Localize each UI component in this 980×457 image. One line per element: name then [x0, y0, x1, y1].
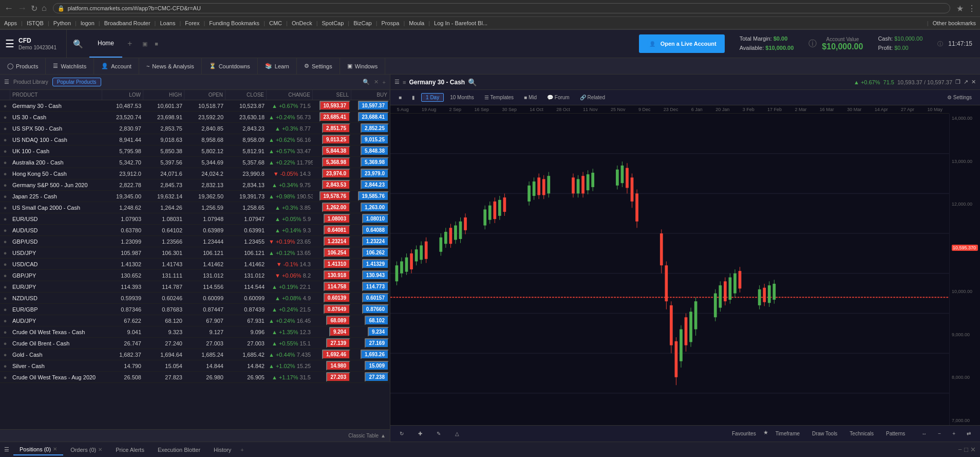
table-row[interactable]: ● Crude Oil West Texas - Aug 2020 26.508… [0, 372, 390, 383]
tab-clone-icon[interactable]: ▣ [139, 40, 150, 48]
add-tab-bottom-btn[interactable]: + [238, 445, 246, 455]
row-buy[interactable]: 1.23224 [351, 236, 390, 247]
add-tab-button[interactable]: + [122, 39, 137, 48]
buy-button[interactable]: 2,844.23 [361, 180, 389, 190]
row-sell[interactable]: 114.758 [313, 281, 351, 292]
favourites-star-icon[interactable]: ★ [763, 429, 768, 438]
table-row[interactable]: ● GBP/JPY 130.652 131.111 131.012 131.01… [0, 270, 390, 281]
tab-orders[interactable]: Orders (0) ✕ [64, 445, 108, 455]
panel-menu-icon[interactable]: ☰ [4, 79, 9, 85]
row-sell[interactable]: 2,851.75 [313, 123, 351, 134]
sell-button[interactable]: 9.204 [329, 327, 350, 337]
row-buy[interactable]: 2,852.25 [351, 123, 390, 134]
popular-products-tab[interactable]: Popular Products [52, 78, 101, 86]
row-sell[interactable]: 130.918 [313, 270, 351, 281]
row-buy[interactable]: 5,369.98 [351, 157, 390, 168]
row-sell[interactable]: 68.089 [313, 315, 351, 326]
buy-button[interactable]: 0.64088 [362, 225, 389, 235]
row-buy[interactable]: 68.102 [351, 315, 390, 326]
chart-expand-icon[interactable]: ❐ [955, 79, 960, 85]
bookmark-apps[interactable]: Apps [4, 20, 17, 26]
sell-button[interactable]: 130.918 [324, 270, 350, 280]
row-sell[interactable]: 5,368.98 [313, 157, 351, 168]
chart-search-icon[interactable]: 🔍 [468, 78, 477, 86]
row-buy[interactable]: 106.262 [351, 247, 390, 258]
star-icon[interactable]: ★ [956, 4, 964, 13]
chart-menu-icon[interactable]: ☰ [394, 79, 400, 85]
row-sell[interactable]: 0.64081 [313, 225, 351, 235]
chart-forum-btn[interactable]: 💬 Forum [543, 94, 574, 101]
row-sell[interactable]: 106.254 [313, 247, 351, 258]
sell-button[interactable]: 0.87649 [324, 304, 350, 314]
bookmark-python[interactable]: Python [53, 20, 71, 26]
technicals-btn[interactable]: Technicals [844, 429, 879, 438]
zoom-max-btn[interactable]: ⇄ [962, 429, 976, 438]
buy-button[interactable]: 0.60157 [362, 293, 389, 303]
sell-button[interactable]: 5,368.98 [322, 157, 350, 167]
sell-button[interactable]: 1,692.46 [322, 350, 350, 359]
chart-templates-btn[interactable]: ☰ Templates [480, 94, 518, 101]
sell-button[interactable]: 9,013.25 [322, 135, 350, 144]
table-row[interactable]: ● Silver - Cash 14.790 15.054 14.844 14.… [0, 360, 390, 372]
bookmark-spotcap[interactable]: SpotCap [322, 20, 344, 26]
table-row[interactable]: ● EUR/JPY 114.393 114.787 114.556 114.54… [0, 281, 390, 293]
buy-button[interactable]: 27.169 [365, 338, 389, 348]
sell-button[interactable]: 68.089 [326, 316, 350, 325]
row-buy[interactable]: 0.60157 [351, 293, 390, 303]
sell-button[interactable]: 1.41310 [324, 259, 350, 269]
chart-shapes-btn[interactable]: △ [450, 429, 464, 438]
table-row[interactable]: ● US 30 - Cash 23,520.74 23,698.91 23,59… [0, 112, 390, 123]
favourites-btn[interactable]: Favourites [727, 429, 761, 438]
row-sell[interactable]: 23,974.0 [313, 168, 351, 179]
buy-button[interactable]: 114.773 [362, 282, 389, 291]
bookmark-funding[interactable]: Funding Bookmarks [209, 20, 259, 26]
chart-10months-btn[interactable]: 10 Months [446, 94, 478, 101]
bookmark-ondeck[interactable]: OnDeck [292, 20, 312, 26]
row-buy[interactable]: 5,848.38 [351, 145, 390, 156]
tab-layout-icon[interactable]: ■ [152, 40, 161, 48]
row-sell[interactable]: 23,685.41 [313, 112, 351, 122]
bookmark-broadband[interactable]: Broadband Router [104, 20, 150, 26]
buy-button[interactable]: 2,852.25 [361, 123, 389, 133]
zoom-fit-btn[interactable]: ↔ [916, 429, 932, 438]
bookmark-barefoot[interactable]: Log In - Barefoot Bl... [434, 20, 487, 26]
bookmark-loans[interactable]: Loans [160, 20, 175, 26]
sell-button[interactable]: 27.139 [326, 338, 350, 348]
row-buy[interactable]: 19,585.76 [351, 191, 390, 202]
timeframe-btn[interactable]: Timeframe [770, 429, 805, 438]
sell-button[interactable]: 5,844.38 [322, 146, 350, 156]
buy-button[interactable]: 68.102 [365, 316, 389, 325]
row-sell[interactable]: 1.41310 [313, 259, 351, 269]
row-sell[interactable]: 14.980 [313, 360, 351, 371]
bookmark-cmc[interactable]: CMC [269, 20, 282, 26]
nav-item-countdowns[interactable]: ⏳ Countdowns [202, 58, 258, 74]
sell-button[interactable]: 1.08003 [324, 214, 350, 224]
chart-candle-btn[interactable]: ▮ [408, 94, 419, 101]
buy-button[interactable]: 27.238 [365, 372, 389, 382]
buy-button[interactable]: 23,979.0 [361, 169, 389, 178]
table-row[interactable]: ● USD/JPY 105.987 106.301 106.121 106.12… [0, 247, 390, 259]
row-buy[interactable]: 9,015.25 [351, 134, 390, 145]
bookmark-bizcap[interactable]: BizCap [353, 20, 371, 26]
sell-button[interactable]: 10,593.37 [319, 101, 351, 111]
info-icon[interactable]: ⓘ [808, 39, 817, 49]
sell-button[interactable]: 2,851.75 [322, 123, 350, 133]
bottom-expand-btn[interactable]: □ [964, 446, 968, 453]
nav-tab-home[interactable]: Home [89, 30, 122, 58]
bookmark-logon[interactable]: logon [81, 20, 95, 26]
sell-button[interactable]: 0.64081 [324, 225, 350, 235]
table-row[interactable]: ● Germany 30 - Cash 10,487.53 10,601.37 … [0, 100, 390, 112]
draw-tools-btn[interactable]: Draw Tools [807, 429, 842, 438]
tab-history[interactable]: History [208, 445, 237, 455]
buy-button[interactable]: 1,263.00 [361, 203, 389, 212]
positions-close-icon[interactable]: ✕ [53, 446, 57, 452]
bookmark-moula[interactable]: Moula [409, 20, 424, 26]
table-row[interactable]: ● EUR/GBP 0.87346 0.87683 0.87447 0.8743… [0, 304, 390, 315]
chart-settings-btn[interactable]: ⚙ Settings [943, 94, 976, 101]
row-sell[interactable]: 27.139 [313, 338, 351, 349]
chart-layout-btn[interactable]: ■ [394, 94, 406, 101]
sell-button[interactable]: 23,685.41 [319, 112, 351, 122]
patterns-btn[interactable]: Patterns [881, 429, 910, 438]
open-account-button[interactable]: 👤 Open a Live Account [639, 34, 725, 53]
home-icon[interactable]: ⌂ [42, 4, 47, 13]
